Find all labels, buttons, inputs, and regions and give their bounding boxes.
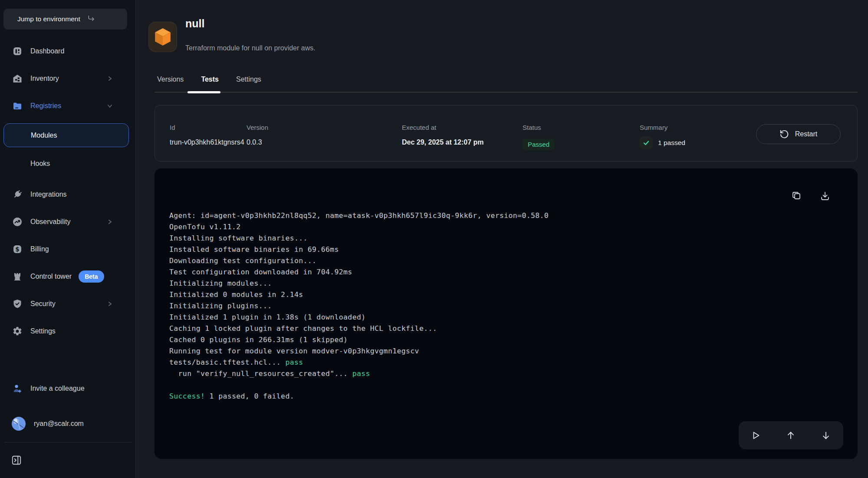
console-line: Agent: id=agent-v0p3hkhb22nl8qq52, name=…	[169, 210, 777, 221]
console-line: Success! 1 passed, 0 failed.	[169, 391, 777, 402]
active-tab-indicator	[187, 91, 220, 93]
tab-tests[interactable]: Tests	[201, 76, 219, 83]
console-line: Initialized 0 modules in 2.14s	[169, 289, 777, 300]
download-icon	[820, 191, 830, 201]
avatar	[11, 416, 26, 431]
chevron-right-icon	[106, 218, 113, 225]
sidebar-item-label: Observability	[30, 218, 70, 226]
console-line: Initializing modules...	[169, 278, 777, 289]
field-executed-at: Executed at Dec 29, 2025 at 12:07 pm	[402, 124, 484, 146]
field-summary: Summary 1 passed	[640, 124, 685, 149]
sidebar-divider	[4, 442, 132, 442]
field-version-value: 0.0.3	[247, 138, 268, 146]
svg-text:$: $	[15, 246, 19, 253]
dashboard-icon	[12, 46, 23, 56]
scroll-down-icon	[821, 431, 831, 440]
tab-versions[interactable]: Versions	[157, 76, 184, 83]
jump-arrow-icon	[87, 15, 96, 23]
collapse-panel-icon	[11, 455, 22, 466]
sidebar-item-label: Security	[30, 300, 56, 308]
console-line: OpenTofu v1.11.2	[169, 221, 777, 233]
console-line: Cached 0 plugins in 266.31ms (1 skipped)	[169, 334, 777, 346]
console-line: tests/basic.tftest.hcl... pass	[169, 357, 777, 368]
restart-label: Restart	[795, 130, 818, 138]
field-status: Status Passed	[523, 124, 555, 150]
sidebar-item-inventory[interactable]: Inventory	[0, 65, 136, 92]
invite-colleague-label: Invite a colleague	[30, 385, 85, 392]
console-line: Initializing plugins...	[169, 300, 777, 312]
scroll-up-button[interactable]	[781, 431, 801, 440]
sidebar-item-label: Billing	[30, 245, 49, 253]
sidebar-item-integrations[interactable]: Integrations	[0, 181, 136, 208]
tab-settings[interactable]: Settings	[236, 76, 261, 83]
sidebar-item-label: Settings	[30, 327, 56, 335]
field-id-label: Id	[170, 124, 244, 131]
play-icon	[751, 431, 761, 440]
console-line: Installed software binaries in 69.66ms	[169, 244, 777, 255]
tab-underline-track	[155, 92, 858, 93]
sidebar-nav: Dashboard Inventory Registries Modules H	[0, 37, 136, 345]
check-icon	[640, 136, 653, 149]
console-output: Agent: id=agent-v0p3hkhb22nl8qq52, name=…	[169, 210, 777, 402]
console-line: Installing software binaries...	[169, 233, 777, 244]
console-controls	[739, 421, 843, 449]
sidebar-item-settings[interactable]: Settings	[0, 317, 136, 345]
restart-button[interactable]: Restart	[756, 124, 841, 144]
sidebar-item-registries[interactable]: Registries	[0, 92, 136, 119]
page-subtitle: Terraform module for null on provider aw…	[185, 44, 316, 52]
integrations-plug-icon	[12, 189, 23, 200]
sidebar-item-billing[interactable]: $ Billing	[0, 235, 136, 263]
sidebar-item-dashboard[interactable]: Dashboard	[0, 37, 136, 65]
control-tower-icon	[12, 271, 23, 282]
sidebar-item-label: Control tower	[30, 273, 72, 280]
jump-to-environment-label: Jump to environment	[17, 15, 80, 23]
invite-user-plus-icon	[12, 383, 23, 394]
billing-icon: $	[12, 244, 23, 254]
field-id: Id trun-v0p3hkh61ktgnsrs4	[170, 124, 244, 146]
console-line: Downloading test configuration...	[169, 255, 777, 267]
module-cube-icon	[148, 22, 177, 52]
sidebar-item-label: Dashboard	[30, 47, 64, 55]
chevron-right-icon	[106, 300, 113, 307]
jump-to-environment-button[interactable]: Jump to environment	[3, 9, 127, 30]
test-output-console: Agent: id=agent-v0p3hkhb22nl8qq52, name=…	[155, 168, 858, 459]
sidebar: Jump to environment Dashboard Inventory	[0, 0, 136, 478]
sidebar-item-security[interactable]: Security	[0, 290, 136, 317]
play-button[interactable]	[746, 431, 766, 440]
sidebar-item-label: Registries	[30, 102, 61, 110]
test-run-summary-card: Id trun-v0p3hkh61ktgnsrs4 Version 0.0.3 …	[155, 105, 858, 162]
console-line: Test configuration downloaded in 704.92m…	[169, 267, 777, 278]
console-line: Initialized 1 plugin in 1.38s (1 downloa…	[169, 312, 777, 323]
sidebar-item-label: Hooks	[30, 160, 50, 168]
field-summary-label: Summary	[640, 124, 685, 131]
sidebar-item-label: Modules	[31, 132, 57, 139]
sidebar-item-control-tower[interactable]: Control tower Beta	[0, 263, 136, 290]
observability-icon	[12, 217, 23, 227]
console-line: run "verify_null_resources_created"... p…	[169, 368, 777, 379]
settings-gear-icon	[12, 326, 23, 336]
copy-icon	[791, 191, 802, 201]
scroll-down-button[interactable]	[816, 431, 836, 440]
scroll-up-icon	[786, 431, 796, 440]
console-line: Running test for module version modver-v…	[169, 346, 777, 357]
restart-icon	[779, 129, 789, 139]
field-executed-at-label: Executed at	[402, 124, 484, 131]
chevron-right-icon	[106, 75, 113, 82]
beta-badge: Beta	[79, 270, 104, 283]
download-button[interactable]	[820, 191, 830, 201]
registries-folder-icon	[12, 101, 23, 111]
collapse-sidebar-button[interactable]	[7, 451, 26, 470]
page-title: null	[185, 17, 204, 30]
field-id-value: trun-v0p3hkh61ktgnsrs4	[170, 138, 244, 146]
field-version-label: Version	[247, 124, 268, 131]
sidebar-item-modules[interactable]: Modules	[3, 123, 129, 147]
account-menu[interactable]: ryan@scalr.com	[0, 413, 136, 434]
sidebar-item-label: Integrations	[30, 191, 67, 198]
invite-colleague-button[interactable]: Invite a colleague	[0, 378, 136, 399]
field-executed-at-value: Dec 29, 2025 at 12:07 pm	[402, 138, 484, 146]
copy-button[interactable]	[791, 191, 802, 201]
console-toolbar	[791, 191, 830, 201]
sidebar-item-observability[interactable]: Observability	[0, 208, 136, 235]
main-content: null Terraform module for null on provid…	[136, 0, 868, 478]
sidebar-item-hooks[interactable]: Hooks	[0, 150, 136, 177]
